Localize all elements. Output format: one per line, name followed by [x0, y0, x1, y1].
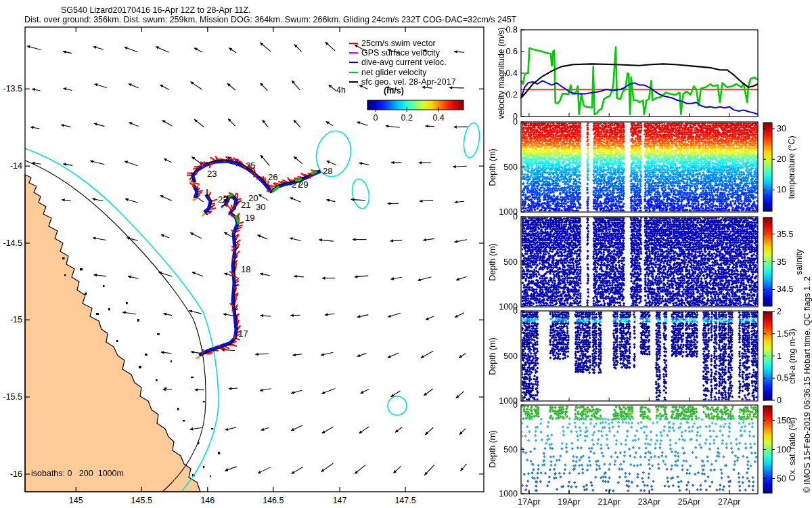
colorbar-tick-label: 10: [777, 185, 786, 194]
colorbar-tick-label: 50: [777, 474, 786, 484]
depth-tick-label: 500: [503, 163, 518, 172]
colorbar-tick-label: 0: [777, 396, 782, 405]
vel-ytick-label: 0.2: [506, 90, 518, 100]
depth-tick-label: 1000: [499, 489, 518, 499]
seaglider-figure: 17181920213022232526272928145145.5146146…: [0, 0, 812, 508]
time-tick-label: 19Apr: [558, 497, 580, 507]
oxygen-frame: [521, 405, 758, 494]
depth-tick-label: 500: [503, 445, 518, 454]
depth-tick-label: 0: [513, 212, 518, 221]
time-tick-label: 23Apr: [638, 497, 660, 507]
sal-unit-label: salinity: [794, 249, 804, 275]
legend-item: 25cm/s swim vector: [349, 39, 456, 48]
legend-item: net glider velocity: [349, 68, 456, 77]
colorbar-tick-label: 2: [777, 307, 782, 316]
legend-line-sample: [349, 81, 358, 83]
map-colorbar-title: (m/s): [384, 86, 404, 96]
attribution: © IMOS 15-Feb-2019 06:36:15 Hobart time.…: [803, 276, 812, 493]
legend-item-label: 25cm/s swim vector: [361, 39, 436, 48]
depth-tick-label: 0: [513, 117, 518, 127]
legend-item-label: sfc geo. vel. 28-Apr-2017: [361, 77, 456, 87]
salinity-frame: [521, 217, 758, 307]
velocity-ylabel: velocity magnitude (m/s): [497, 27, 506, 119]
vel-ytick-label: 0.6: [506, 47, 518, 56]
map-legend: 25cm/s swim vectorGPS surface velocitydi…: [349, 39, 456, 87]
chl-depth-label: Depth (m): [488, 337, 497, 375]
temp-unit-label: temperature (°C): [787, 135, 796, 198]
colorbar-tick-label: 30: [777, 124, 786, 133]
legend-line-sample: [349, 62, 358, 63]
chl-frame: [521, 311, 758, 401]
depth-tick-label: 500: [503, 257, 518, 267]
legend-item-label: net glider velocity: [361, 68, 427, 77]
colorbar-tick-label: 35: [777, 257, 786, 267]
sal-depth-label: Depth (m): [488, 243, 497, 281]
time-tick-label: 25Apr: [678, 497, 700, 507]
depth-tick-label: 0: [513, 306, 518, 316]
oxy-depth-label: Depth (m): [488, 430, 497, 468]
vel-ytick-label: 0.4: [506, 68, 518, 78]
colorbar-tick-label: 0.5: [777, 373, 788, 383]
time-tick-label: 21Apr: [598, 497, 621, 507]
legend-line-sample: [349, 43, 358, 44]
depth-tick-label: 0: [513, 400, 518, 410]
depth-tick-label: 500: [503, 352, 518, 361]
scale-label: 4h: [336, 85, 346, 95]
vel-ytick-label: 0.8: [506, 25, 518, 35]
colorbar-tick-label: 1: [777, 352, 782, 361]
legend-line-sample: [349, 52, 358, 54]
temp-depth-label: Depth (m): [488, 148, 497, 186]
time-tick-label: 27Apr: [718, 497, 740, 507]
chl-unit-label: chl-a (mg m-3): [788, 329, 797, 383]
legend-line-sample: [349, 72, 358, 73]
colorbar-tick-label: 34.5: [777, 284, 793, 294]
colorbar: [763, 123, 772, 211]
figure-subtitle: Dist. over ground: 356km. Dist. swum: 25…: [24, 15, 516, 24]
legend-item-label: dive-avg current veloc.: [361, 58, 447, 67]
time-tick-label: 17Apr: [518, 497, 540, 507]
colorbar-tick-label: 20: [777, 154, 786, 164]
legend-item: GPS surface velocity: [349, 48, 456, 58]
legend-item: dive-avg current veloc.: [349, 58, 456, 67]
colorbar-tick-label: 1.5: [777, 329, 788, 339]
figure-title: SG540 Lizard20170416 16-Apr 12Z to 28-Ap…: [61, 5, 251, 15]
colorbar-tick-label: 35.5: [777, 230, 793, 239]
legend-item-label: GPS surface velocity: [361, 48, 440, 58]
legend-item: sfc geo. vel. 28-Apr-2017: [349, 77, 456, 87]
temperature-frame: [521, 122, 758, 212]
isobaths-note: isobaths: 0 200 1000m: [31, 469, 124, 478]
oxy-unit-label: Ox. sat. ratio (%): [788, 417, 797, 481]
